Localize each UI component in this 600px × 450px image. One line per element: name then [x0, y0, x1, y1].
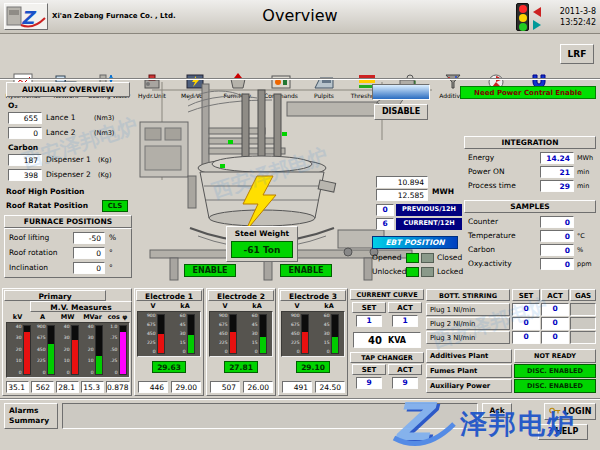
electrode3-ka-unit: kA — [313, 302, 345, 310]
electrode3-bars-area: 9006754502250 604530150 — [281, 311, 345, 357]
kva-value: 40 — [368, 335, 382, 346]
current-curve-act-label: ACT — [388, 302, 422, 313]
plug2-gas-indicator — [570, 317, 596, 330]
integration-header: INTEGRATION — [464, 136, 596, 149]
cosphi-value: 0.878 — [106, 381, 130, 393]
alarms-summary-line1: Alarms — [9, 406, 57, 416]
ebt-unlocked-indicator — [406, 267, 419, 277]
dispenser1-unit: (Kg) — [98, 154, 111, 166]
ebt-opened-indicator — [406, 253, 419, 263]
sample-carbon-unit: % — [577, 244, 583, 256]
roof-rotation-value: 0 — [73, 247, 105, 259]
traffic-light-indicator — [516, 3, 529, 31]
electrode1-ka-meter: 604530150 — [174, 314, 195, 354]
meter-bar-fill — [230, 332, 236, 353]
counter-label: Counter — [468, 216, 498, 228]
stirring-set-label: SET — [512, 289, 540, 301]
tap-changer-act-label: ACT — [388, 364, 422, 375]
lance1-label: Lance 1 — [46, 112, 75, 124]
electrode1-ka-value: 29.00 — [171, 381, 201, 393]
help-button[interactable]: ? HELP — [538, 424, 588, 440]
traffic-light-yellow — [519, 14, 527, 22]
electrode1-header: Electrode 1 — [136, 290, 202, 301]
mv-bars-area: 403020100 9006754502250 403020100 403020… — [6, 322, 130, 378]
cosphi-unit-label: cos φ — [105, 313, 130, 321]
lrf-button[interactable]: LRF — [560, 44, 594, 64]
plug3-set-value[interactable]: 0 — [512, 331, 540, 344]
plug1-set-value[interactable]: 0 — [512, 303, 540, 316]
temperature-value: 0 — [540, 230, 574, 242]
enable-button-left[interactable]: ENABLE — [184, 264, 236, 277]
furnace-positions-header: FURNACE POSITIONS — [4, 215, 132, 228]
kv-unit-label: kV — [5, 313, 30, 321]
meter-scale: 604530150 — [318, 314, 331, 354]
current-curve-act-value: 1 — [392, 315, 418, 327]
meter-scale: 9006754502250 — [216, 314, 229, 354]
power-on-label: Power ON — [468, 166, 505, 178]
ebt-opened-label: Opened — [372, 252, 401, 264]
meter-bar-fill — [96, 356, 102, 374]
page-back-arrow[interactable] — [533, 7, 541, 17]
current-12h-value: 6 — [376, 218, 394, 230]
ebt-locked-indicator — [421, 267, 434, 277]
electrode1-v-value: 446 — [138, 381, 168, 393]
plug2-set-value[interactable]: 0 — [512, 317, 540, 330]
electrode3-ka-value: 24.50 — [315, 381, 345, 393]
steel-weight-label: Steel Weight — [227, 229, 297, 238]
meter-scale: 9006754502250 — [34, 325, 47, 375]
meter-scale: 604530150 — [246, 314, 259, 354]
enable-button-right[interactable]: ENABLE — [280, 264, 332, 277]
o2-section-label: O₂ — [8, 100, 18, 112]
meter-scale: 403020100 — [10, 325, 23, 375]
electrode2-bars-area: 9006754502250 604530150 — [209, 311, 273, 357]
tap-changer-set-label: SET — [352, 364, 386, 375]
fumes-plant-button[interactable]: Fumes Plant — [426, 364, 512, 378]
electrode3-reg-value: 29.10 — [296, 361, 330, 373]
alarms-summary-button[interactable]: Alarms Summary — [4, 403, 58, 429]
page-forward-arrow[interactable] — [533, 20, 541, 30]
current-curve-set-label: SET — [352, 302, 386, 313]
meter-bar-fill — [302, 332, 308, 353]
auxiliary-overview-button[interactable]: AUXILIARY OVERVIEW — [6, 82, 130, 97]
energy-value: 14.24 — [540, 152, 574, 164]
counter-value: 0 — [540, 216, 574, 228]
process-time-label: Process time — [468, 180, 516, 192]
disable-button[interactable]: DISABLE — [374, 104, 428, 120]
meter-bar — [187, 314, 195, 354]
meter-bar — [119, 325, 127, 375]
kva-unit: KVA — [388, 336, 406, 345]
current-curve-set-value[interactable]: 1 — [356, 315, 382, 327]
electrode3-v-meter: 9006754502250 — [288, 314, 309, 354]
lance2-label: Lance 2 — [46, 127, 75, 139]
kv-value: 35.1 — [6, 381, 29, 393]
help-label: HELP — [555, 427, 578, 436]
bott-stirring-header: BOTT. STIRRING — [426, 289, 510, 301]
dispenser2-label: Dispenser 2 — [46, 169, 91, 181]
auxiliary-power-button[interactable]: Auxiliary Power — [426, 379, 512, 393]
company-name: Xi'an Zebang Furnace Co. , Ltd. — [52, 12, 176, 20]
plug1-gas-indicator — [570, 303, 596, 316]
electrode2-ka-meter: 604530150 — [246, 314, 267, 354]
electrode3-v-unit: V — [281, 302, 313, 310]
meter-bar-fill — [120, 332, 126, 374]
steel-weight-value: -61 Ton — [231, 241, 293, 258]
electrode1-v-meter: 9006754502250 — [144, 314, 165, 354]
ebt-locked-label: Locked — [437, 266, 463, 278]
additives-plant-button[interactable]: Additives Plant — [426, 349, 512, 363]
auxiliary-power-status: DISC. ENABLED — [514, 379, 596, 393]
plug3-gas-indicator — [570, 331, 596, 344]
tap-changer-set-value[interactable]: 9 — [356, 377, 382, 389]
power-on-unit: min — [577, 166, 589, 178]
stirring-act-label: ACT — [541, 289, 569, 301]
meter-bar-fill — [188, 335, 194, 353]
electrode2-units-row: V kA — [209, 302, 273, 310]
a-meter: 9006754502250 — [34, 325, 55, 375]
ack-button[interactable]: Ack — [482, 403, 512, 418]
login-button[interactable]: LOGIN — [544, 403, 596, 420]
electrode3-ka-meter: 604530150 — [318, 314, 339, 354]
previous-12h-value: 0 — [376, 204, 394, 216]
meter-scale: 604530150 — [174, 314, 187, 354]
cosphi-meter: 1.0.75.50.250 — [106, 325, 127, 375]
electrode1-panel: Electrode 1 V kA 9006754502250 604530150… — [134, 288, 204, 396]
plug1-act-value: 0 — [541, 303, 569, 316]
